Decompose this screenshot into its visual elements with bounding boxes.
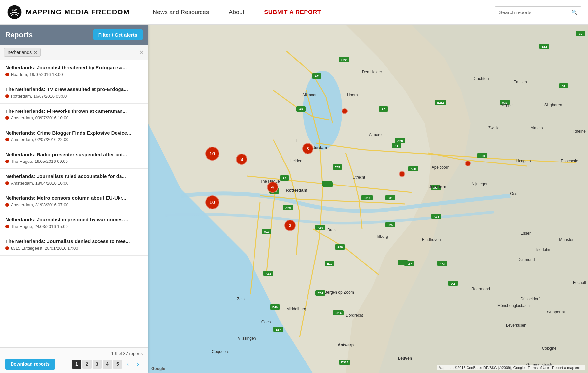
page-prev-arrow[interactable]: ‹ bbox=[123, 360, 132, 369]
report-title: Netherlands: Radio presenter suspended a… bbox=[5, 152, 143, 157]
sidebar-title: Reports bbox=[5, 31, 33, 39]
report-location: The Hague, 24/03/2016 15:00 bbox=[11, 224, 68, 229]
map-marker-south-2[interactable]: 2 bbox=[284, 220, 296, 231]
svg-text:E25: E25 bbox=[388, 223, 393, 227]
page-4[interactable]: 4 bbox=[103, 360, 112, 369]
svg-text:E314: E314 bbox=[334, 311, 341, 315]
report-title: The Netherlands: Fireworks thrown at cam… bbox=[5, 108, 143, 114]
svg-text:Rotterdam: Rotterdam bbox=[286, 188, 307, 193]
nav-news-resources[interactable]: News and Resources bbox=[143, 9, 219, 16]
svg-text:Arnhem: Arnhem bbox=[429, 184, 447, 189]
svg-text:E35: E35 bbox=[335, 166, 340, 169]
report-location: 8315 Luttelgeest, 28/01/2016 17:00 bbox=[11, 246, 78, 251]
map-marker-apeldoorn[interactable] bbox=[399, 171, 405, 177]
search-area: 🔍 bbox=[495, 6, 581, 18]
page-2[interactable]: 2 bbox=[82, 360, 92, 369]
svg-text:H...: H... bbox=[296, 139, 302, 143]
report-item[interactable]: Netherlands: Journalist imprisoned by wa… bbox=[0, 212, 148, 234]
svg-text:Dordrecht: Dordrecht bbox=[346, 313, 363, 318]
report-item[interactable]: The Netherlands: Fireworks thrown at cam… bbox=[0, 104, 148, 125]
nav-about[interactable]: About bbox=[219, 9, 254, 16]
svg-text:Apeldoorn: Apeldoorn bbox=[432, 165, 450, 170]
download-reports-button[interactable]: Download reports bbox=[5, 359, 55, 370]
mmf-logo-icon: MMF bbox=[7, 4, 22, 20]
terms-of-use-link[interactable]: Terms of Use bbox=[528, 366, 549, 370]
svg-text:Düsseldorf: Düsseldorf bbox=[521, 297, 540, 301]
report-meta: Amsterdam, 31/03/2016 07:00 bbox=[5, 202, 143, 207]
report-title: Netherlands: Journalist imprisoned by wa… bbox=[5, 217, 143, 222]
svg-text:Rheine: Rheine bbox=[573, 129, 586, 134]
svg-text:E313: E313 bbox=[341, 361, 348, 364]
search-button[interactable]: 🔍 bbox=[568, 7, 581, 18]
report-meta: 8315 Luttelgeest, 28/01/2016 17:00 bbox=[5, 246, 143, 251]
svg-text:Zeist: Zeist bbox=[237, 297, 246, 301]
report-title: Netherlands: Metro censors column about … bbox=[5, 195, 143, 201]
svg-text:Enschede: Enschede bbox=[561, 159, 578, 163]
page-next-arrow[interactable]: › bbox=[133, 360, 143, 369]
report-item[interactable]: Netherlands: Metro censors column about … bbox=[0, 190, 148, 212]
map-marker-amsterdam-10[interactable]: 10 bbox=[205, 147, 219, 161]
svg-text:Breda: Breda bbox=[327, 228, 338, 232]
svg-text:Wuppertal: Wuppertal bbox=[547, 310, 565, 314]
svg-text:Almelo: Almelo bbox=[531, 126, 543, 130]
report-item[interactable]: The Netherlands: Journalists denied acce… bbox=[0, 234, 148, 256]
map-marker-rotterdam-10[interactable]: 10 bbox=[205, 195, 219, 209]
svg-text:Meppel: Meppel bbox=[500, 103, 513, 107]
svg-text:Almere: Almere bbox=[369, 132, 382, 137]
report-map-error-link[interactable]: Report a map error bbox=[552, 366, 583, 370]
page-5[interactable]: 5 bbox=[113, 360, 122, 369]
svg-text:A73: A73 bbox=[440, 262, 445, 265]
filter-button[interactable]: Filter / Get alerts bbox=[93, 29, 143, 40]
incident-dot bbox=[5, 181, 9, 185]
svg-text:A4: A4 bbox=[282, 177, 286, 180]
filter-bar: netherlands ✕ ✕ bbox=[0, 45, 148, 60]
svg-text:Roermond: Roermond bbox=[471, 287, 490, 291]
svg-text:E30: E30 bbox=[480, 154, 485, 158]
svg-text:A2: A2 bbox=[451, 282, 455, 285]
search-input[interactable] bbox=[495, 7, 568, 18]
map-marker-central-4[interactable]: 4 bbox=[267, 182, 278, 193]
attribution-text: Map data ©2016 GeoBasis-DE/BKG (©2009), … bbox=[439, 366, 525, 370]
report-item[interactable]: Netherlands: Radio presenter suspended a… bbox=[0, 147, 148, 169]
report-list: Netherlands: Journalist threatened by Er… bbox=[0, 60, 148, 347]
svg-text:Eindhoven: Eindhoven bbox=[422, 237, 441, 242]
map-marker-east2[interactable] bbox=[465, 161, 471, 166]
svg-text:Bergen op Zoom: Bergen op Zoom bbox=[324, 290, 354, 295]
filter-tag-remove[interactable]: ✕ bbox=[34, 50, 37, 55]
svg-text:A73: A73 bbox=[434, 215, 439, 218]
filter-clear-button[interactable]: ✕ bbox=[139, 49, 144, 56]
filter-tag-text: netherlands bbox=[8, 50, 32, 55]
map-marker-east-3[interactable]: 3 bbox=[302, 143, 313, 154]
svg-text:Zwolle: Zwolle bbox=[488, 126, 500, 130]
report-item[interactable]: Netherlands: Journalist threatened by Er… bbox=[0, 60, 148, 82]
page-3[interactable]: 3 bbox=[93, 360, 102, 369]
svg-text:Emmen: Emmen bbox=[513, 80, 527, 84]
svg-rect-52 bbox=[322, 181, 332, 186]
report-meta: Amsterdam, 18/04/2016 10:00 bbox=[5, 181, 143, 186]
report-item[interactable]: The Netherlands: TV crew assaulted at pr… bbox=[0, 82, 148, 104]
report-meta: Amsterdam, 09/07/2016 10:00 bbox=[5, 115, 143, 120]
map-marker-north[interactable] bbox=[342, 108, 348, 114]
svg-text:A58: A58 bbox=[337, 246, 343, 249]
submit-report-button[interactable]: SUBMIT A REPORT bbox=[254, 9, 331, 16]
page-1[interactable]: 1 bbox=[72, 360, 81, 369]
map-marker-amsterdam-3[interactable]: 3 bbox=[236, 154, 247, 165]
main-content: Reports Filter / Get alerts netherlands … bbox=[0, 25, 588, 373]
report-location: Haarlem, 19/07/2016 18:00 bbox=[11, 72, 63, 77]
svg-text:31: 31 bbox=[562, 85, 565, 88]
svg-text:E19: E19 bbox=[327, 262, 332, 265]
svg-text:Bocholt: Bocholt bbox=[573, 280, 586, 285]
report-location: Rotterdam, 16/07/2016 03:00 bbox=[11, 94, 67, 99]
svg-text:Hoorn: Hoorn bbox=[347, 93, 358, 97]
report-item[interactable]: Netherlands: Journalists ruled accountab… bbox=[0, 169, 148, 190]
svg-text:A12: A12 bbox=[266, 272, 271, 275]
logo-area: MMF MAPPING MEDIA FREEDOM bbox=[7, 4, 130, 20]
header: MMF MAPPING MEDIA FREEDOM News and Resou… bbox=[0, 0, 588, 25]
svg-text:Leuven: Leuven bbox=[398, 356, 412, 361]
svg-text:A30: A30 bbox=[411, 167, 416, 171]
svg-text:Leiden: Leiden bbox=[290, 159, 302, 163]
svg-text:A29: A29 bbox=[285, 206, 291, 210]
report-item[interactable]: Netherlands: Crime Blogger Finds Explosi… bbox=[0, 125, 148, 147]
svg-text:E17: E17 bbox=[276, 328, 281, 331]
svg-text:Den Helder: Den Helder bbox=[362, 70, 382, 74]
